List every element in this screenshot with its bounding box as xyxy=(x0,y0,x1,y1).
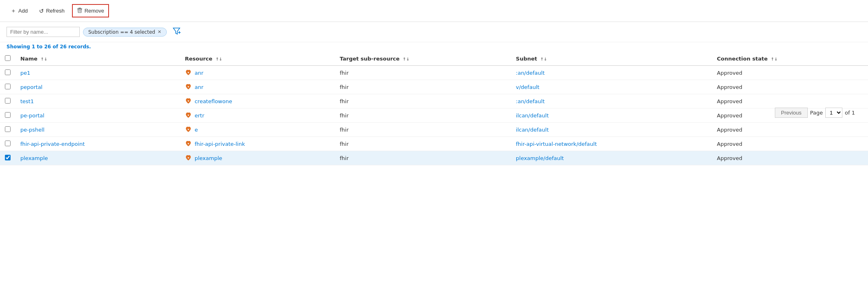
row-checkbox-cell xyxy=(0,66,15,80)
row-checkbox[interactable] xyxy=(5,126,11,132)
row-target: fhir xyxy=(335,94,511,108)
table-row: plexample ♥ plexamplefhirplexample/defau… xyxy=(0,151,868,165)
name-sort-icon[interactable]: ↑↓ xyxy=(41,57,48,61)
row-resource: ♥ fhir-api-private-link xyxy=(180,137,335,151)
row-subnet: :an/default xyxy=(511,94,712,108)
badge-close-icon[interactable]: ✕ xyxy=(157,29,161,35)
add-button[interactable]: ＋ Add xyxy=(7,5,32,17)
subscription-badge[interactable]: Subscription == 4 selected ✕ xyxy=(83,28,167,37)
previous-button[interactable]: Previous xyxy=(775,108,808,118)
svg-text:♥: ♥ xyxy=(188,114,189,117)
col-name-label: Name xyxy=(20,56,37,62)
fhir-resource-icon: ♥ xyxy=(185,154,192,162)
select-all-checkbox[interactable] xyxy=(5,55,11,61)
refresh-button[interactable]: ↺ Refresh xyxy=(35,5,69,17)
subnet-link[interactable]: fhir-api-virtual-network/default xyxy=(516,141,597,147)
subnet-link[interactable]: :an/default xyxy=(516,98,545,104)
add-icon: ＋ xyxy=(11,7,16,15)
row-state: Approved xyxy=(712,66,868,80)
row-checkbox[interactable] xyxy=(5,69,11,75)
resource-link[interactable]: plexample xyxy=(194,155,222,161)
row-state: Approved xyxy=(712,80,868,94)
row-name-link[interactable]: test1 xyxy=(20,98,34,104)
row-resource: ♥ createflowone xyxy=(180,94,335,108)
header-row: Name ↑↓ Resource ↑↓ Target sub-resource … xyxy=(0,52,868,66)
remove-label: Remove xyxy=(85,8,104,14)
row-state: Approved xyxy=(712,151,868,165)
row-subnet: ilcan/default xyxy=(511,108,712,123)
fhir-resource-icon: ♥ xyxy=(185,97,192,105)
table-row: pe1 ♥ anrfhir:an/defaultApproved xyxy=(0,66,868,80)
subnet-link[interactable]: plexample/default xyxy=(516,155,564,161)
col-state: Connection state ↑↓ xyxy=(712,52,868,66)
row-checkbox-cell xyxy=(0,137,15,151)
subnet-link[interactable]: v/default xyxy=(516,84,539,90)
subnet-link[interactable]: ilcan/default xyxy=(516,127,549,133)
resource-link[interactable]: ertr xyxy=(194,113,204,119)
row-resource: ♥ anr xyxy=(180,66,335,80)
row-name-link[interactable]: fhir-api-private-endpoint xyxy=(20,141,85,147)
resource-sort-icon[interactable]: ↑↓ xyxy=(216,57,222,61)
row-target: fhir xyxy=(335,123,511,137)
of-label: of 1 xyxy=(845,110,855,116)
row-resource: ♥ plexample xyxy=(180,151,335,165)
page-select[interactable]: 1 xyxy=(825,108,842,118)
row-name: plexample xyxy=(15,151,180,165)
col-subnet: Subnet ↑↓ xyxy=(511,52,712,66)
row-name-link[interactable]: pe1 xyxy=(20,70,31,76)
row-name: test1 xyxy=(15,94,180,108)
col-subnet-label: Subnet xyxy=(516,56,537,62)
row-name-link[interactable]: peportal xyxy=(20,84,42,90)
subnet-sort-icon[interactable]: ↑↓ xyxy=(540,57,547,61)
state-sort-icon[interactable]: ↑↓ xyxy=(771,57,778,61)
row-checkbox[interactable] xyxy=(5,98,11,104)
row-name-link[interactable]: pe-pshell xyxy=(20,127,44,133)
svg-text:♥: ♥ xyxy=(188,85,189,88)
col-resource: Resource ↑↓ xyxy=(180,52,335,66)
trash-icon xyxy=(77,7,83,14)
row-checkbox-cell xyxy=(0,151,15,165)
header-checkbox-cell xyxy=(0,52,15,66)
subscription-badge-text: Subscription == 4 selected xyxy=(88,29,155,35)
row-checkbox-cell xyxy=(0,123,15,137)
table-row: fhir-api-private-endpoint ♥ fhir-api-pri… xyxy=(0,137,868,151)
row-name-link[interactable]: pe-portal xyxy=(20,113,44,119)
resource-link[interactable]: e xyxy=(194,127,198,133)
fhir-resource-icon: ♥ xyxy=(185,140,192,147)
add-filter-button[interactable] xyxy=(170,26,183,38)
svg-marker-4 xyxy=(173,28,180,34)
svg-rect-1 xyxy=(79,8,81,8)
resource-link[interactable]: createflowone xyxy=(194,98,232,104)
resource-link[interactable]: anr xyxy=(194,84,203,90)
subnet-link[interactable]: ilcan/default xyxy=(516,113,549,119)
row-resource: ♥ ertr xyxy=(180,108,335,123)
row-checkbox[interactable] xyxy=(5,84,11,89)
row-checkbox[interactable] xyxy=(5,112,11,118)
subnet-link[interactable]: :an/default xyxy=(516,70,545,76)
table-header: Name ↑↓ Resource ↑↓ Target sub-resource … xyxy=(0,52,868,66)
table-row: pe-pshell ♥ efhirilcan/defaultApproved xyxy=(0,123,868,137)
row-name: pe-portal xyxy=(15,108,180,123)
row-target: fhir xyxy=(335,151,511,165)
svg-text:♥: ♥ xyxy=(188,156,189,159)
row-name: pe-pshell xyxy=(15,123,180,137)
filter-input[interactable] xyxy=(7,27,80,37)
fhir-resource-icon: ♥ xyxy=(185,112,192,119)
svg-text:♥: ♥ xyxy=(188,128,189,131)
row-checkbox[interactable] xyxy=(5,155,11,160)
records-header-wrapper: Showing 1 to 26 of 26 records. Previous … xyxy=(0,42,868,52)
target-sort-icon[interactable]: ↑↓ xyxy=(403,57,410,61)
page-label: Page xyxy=(810,110,823,116)
pagination: Previous Page 1 of 1 xyxy=(768,105,861,120)
row-checkbox[interactable] xyxy=(5,141,11,146)
filter-bar: Subscription == 4 selected ✕ xyxy=(0,22,868,42)
records-info: Showing 1 to 26 of 26 records. xyxy=(0,42,868,52)
table-container: Name ↑↓ Resource ↑↓ Target sub-resource … xyxy=(0,52,868,165)
refresh-icon: ↺ xyxy=(39,8,44,14)
fhir-resource-icon: ♥ xyxy=(185,126,192,133)
row-name-link[interactable]: plexample xyxy=(20,155,48,161)
resource-link[interactable]: anr xyxy=(194,70,203,76)
remove-button[interactable]: Remove xyxy=(72,4,109,17)
resource-link[interactable]: fhir-api-private-link xyxy=(194,141,245,147)
col-name: Name ↑↓ xyxy=(15,52,180,66)
